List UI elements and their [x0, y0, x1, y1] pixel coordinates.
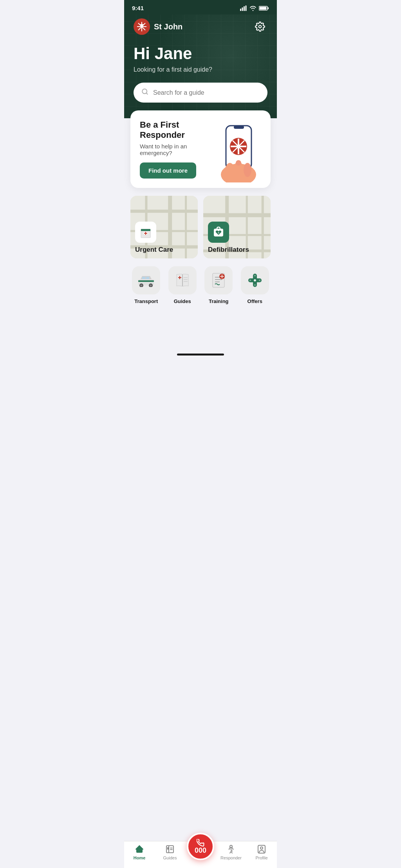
- responder-tab-label: Responder: [220, 855, 242, 860]
- responder-tab-icon: [226, 845, 236, 854]
- main-content: Be a First Responder Want to help in an …: [124, 110, 277, 351]
- home-tab-label: Home: [134, 855, 146, 860]
- svg-rect-3: [246, 5, 247, 11]
- svg-point-11: [259, 25, 262, 28]
- phone-hand-illustration: [214, 124, 265, 182]
- training-icon: [210, 272, 227, 288]
- tab-profile[interactable]: Profile: [246, 845, 277, 860]
- svg-rect-2: [244, 6, 245, 11]
- svg-rect-48: [142, 277, 145, 279]
- urgent-care-card[interactable]: Urgent Care: [130, 196, 198, 258]
- home-tab-icon: [135, 845, 144, 854]
- svg-rect-14: [234, 126, 244, 129]
- transport-icon: [137, 274, 155, 287]
- guides-label: Guides: [174, 298, 191, 304]
- nav-row: St John: [134, 18, 267, 35]
- signal-icon: [240, 5, 247, 11]
- defibrillators-card[interactable]: Defibrillators: [203, 196, 271, 258]
- svg-point-86: [260, 847, 263, 849]
- guides-tab-icon: [165, 845, 175, 854]
- tab-home[interactable]: Home: [124, 845, 155, 860]
- phone-icon: [197, 839, 204, 847]
- logo-icon: [134, 18, 150, 35]
- tab-guides[interactable]: Guides: [155, 845, 185, 860]
- settings-button[interactable]: [253, 19, 267, 34]
- svg-rect-1: [242, 7, 243, 11]
- svg-rect-55: [182, 274, 183, 286]
- svg-point-21: [225, 163, 235, 179]
- svg-point-74: [254, 284, 256, 286]
- logo-text: St John: [154, 22, 182, 31]
- responder-illustration: [214, 124, 265, 175]
- responder-title: Be a First Responder: [140, 120, 214, 141]
- quick-grid: Transport: [130, 266, 271, 304]
- find-out-more-button[interactable]: Find out more: [140, 162, 196, 179]
- search-icon: [141, 88, 148, 97]
- svg-marker-78: [135, 846, 143, 850]
- responder-card-text: Be a First Responder Want to help in an …: [140, 120, 214, 179]
- tab-sos[interactable]: 000: [185, 845, 216, 860]
- profile-tab-label: Profile: [255, 855, 267, 860]
- offers-label: Offers: [247, 298, 262, 304]
- quick-item-training[interactable]: Training: [203, 266, 235, 304]
- offers-icon-box: [241, 266, 269, 294]
- quick-item-offers[interactable]: Offers: [239, 266, 271, 304]
- hero-subtitle: Looking for a first aid guide?: [134, 66, 267, 73]
- greeting-text: Hi Jane: [134, 44, 267, 63]
- hero-section: St John Hi Jane Looking for a first aid …: [124, 14, 277, 118]
- defibrillators-label: Defibrillators: [208, 246, 266, 254]
- transport-icon-box: [132, 266, 160, 294]
- tab-bar: Home Guides 000 Responder: [124, 841, 277, 868]
- search-bar[interactable]: [134, 83, 267, 103]
- training-icon-box: [204, 266, 233, 294]
- sos-button[interactable]: 000: [187, 833, 214, 860]
- profile-tab-icon: [257, 845, 266, 854]
- training-label: Training: [209, 298, 229, 304]
- responder-card: Be a First Responder Want to help in an …: [130, 110, 271, 188]
- svg-point-24: [236, 160, 241, 166]
- search-input[interactable]: [153, 89, 260, 96]
- home-indicator: [177, 354, 224, 356]
- svg-rect-79: [137, 849, 141, 853]
- hospital-icon: [139, 226, 152, 238]
- guides-icon: [174, 273, 191, 288]
- transport-label: Transport: [134, 298, 158, 304]
- aed-icon: [213, 226, 224, 238]
- sos-label: 000: [195, 847, 206, 854]
- svg-rect-6: [268, 7, 269, 9]
- status-icons: [240, 5, 269, 11]
- quick-item-transport[interactable]: Transport: [130, 266, 162, 304]
- svg-point-53: [150, 284, 152, 286]
- urgent-care-content: Urgent Care: [135, 222, 193, 254]
- svg-rect-0: [240, 9, 241, 11]
- gear-icon: [255, 22, 265, 32]
- svg-rect-5: [260, 7, 267, 9]
- time-display: 9:41: [132, 5, 144, 11]
- stjohn-logo-icon: [137, 22, 146, 31]
- tab-responder[interactable]: Responder: [216, 845, 246, 860]
- status-bar: 9:41: [124, 0, 277, 14]
- responder-description: Want to help in an emergency?: [140, 143, 214, 156]
- logo-area: St John: [134, 18, 182, 35]
- guides-icon-box: [168, 266, 197, 294]
- urgent-care-icon: [135, 222, 156, 243]
- offers-icon: [247, 273, 263, 288]
- svg-point-72: [259, 280, 260, 281]
- wifi-icon: [249, 5, 256, 11]
- svg-point-73: [254, 275, 256, 276]
- svg-rect-49: [146, 277, 149, 279]
- svg-rect-33: [141, 229, 150, 231]
- svg-point-22: [244, 163, 251, 177]
- svg-point-51: [141, 284, 143, 286]
- defibrillator-icon: [208, 222, 229, 243]
- map-cards-row: Urgent Care: [130, 196, 271, 258]
- quick-item-guides[interactable]: Guides: [167, 266, 199, 304]
- svg-point-71: [249, 280, 251, 281]
- defibrillators-content: Defibrillators: [208, 222, 266, 254]
- svg-rect-54: [138, 280, 154, 282]
- guides-tab-label: Guides: [163, 855, 177, 860]
- battery-icon: [259, 5, 269, 11]
- urgent-care-label: Urgent Care: [135, 246, 193, 254]
